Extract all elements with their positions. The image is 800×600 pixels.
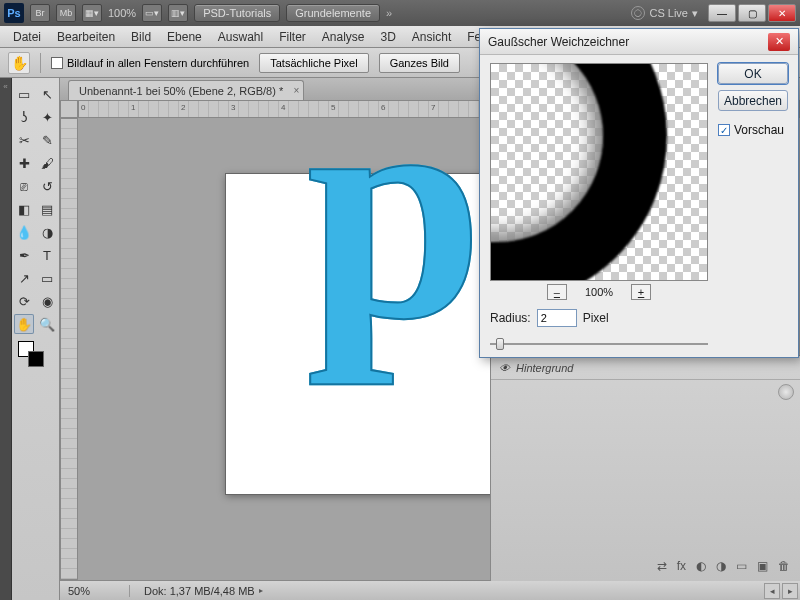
view-extras-button[interactable]: ▭▾ xyxy=(142,4,162,22)
arrange-docs-button[interactable]: ▥▾ xyxy=(168,4,188,22)
brush-tool[interactable]: 🖌 xyxy=(37,153,57,173)
workspace-grundelemente[interactable]: Grundelemente xyxy=(286,4,380,22)
eyedropper-tool[interactable]: ✎ xyxy=(37,130,57,150)
fit-screen-button[interactable]: Ganzes Bild xyxy=(379,53,460,73)
move-tool[interactable]: ▭ xyxy=(14,84,34,104)
delete-layer-icon[interactable]: 🗑 xyxy=(778,559,790,573)
zoom-in-button[interactable]: + xyxy=(631,284,651,300)
close-tab-icon[interactable]: × xyxy=(293,85,299,96)
cs-live-icon: ◯ xyxy=(631,6,645,20)
dialog-title: Gaußscher Weichzeichner xyxy=(488,35,629,49)
zoom-level-value[interactable]: 100% xyxy=(108,7,136,19)
filter-preview[interactable] xyxy=(490,63,708,281)
tools-panel: ▭ ↖ ʖ ✦ ✂ ✎ ✚ 🖌 ⎚ ↺ ◧ ▤ 💧 ◑ ✒ T ↗ ▭ ⟳ ◉ … xyxy=(12,78,60,600)
bridge-button[interactable]: Br xyxy=(30,4,50,22)
menu-filter[interactable]: Filter xyxy=(272,28,313,46)
layers-bottom-bar: ⇄ fx ◐ ◑ ▭ ▣ 🗑 xyxy=(491,555,800,577)
layer-row-background[interactable]: 👁 Hintergrund xyxy=(491,356,800,380)
eraser-tool[interactable]: ◧ xyxy=(14,199,34,219)
pen-tool[interactable]: ✒ xyxy=(14,245,34,265)
preview-checkbox[interactable]: ✓ Vorschau xyxy=(718,123,788,137)
gradient-tool[interactable]: ▤ xyxy=(37,199,57,219)
window-close-button[interactable]: ✕ xyxy=(768,4,796,22)
blur-tool[interactable]: 💧 xyxy=(14,222,34,242)
checkbox-icon xyxy=(51,57,63,69)
preview-checkbox-label: Vorschau xyxy=(734,123,784,137)
layer-group-icon[interactable]: ▭ xyxy=(736,559,747,573)
scroll-all-label: Bildlauf in allen Fenstern durchführen xyxy=(67,57,249,69)
background-color[interactable] xyxy=(28,351,44,367)
path-select-tool[interactable]: ↗ xyxy=(14,268,34,288)
adjustment-layer-icon[interactable]: ◑ xyxy=(716,559,726,573)
artwork-letter-p: p xyxy=(306,118,484,392)
menu-3d[interactable]: 3D xyxy=(374,28,403,46)
dodge-tool[interactable]: ◑ xyxy=(37,222,57,242)
cancel-button[interactable]: Abbrechen xyxy=(718,90,788,111)
menu-ansicht[interactable]: Ansicht xyxy=(405,28,458,46)
eye-icon[interactable]: 👁 xyxy=(499,362,510,374)
menu-auswahl[interactable]: Auswahl xyxy=(211,28,270,46)
layers-panel: 👁 Hintergrund ⇄ fx ◐ ◑ ▭ ▣ 🗑 xyxy=(490,355,800,581)
type-tool[interactable]: T xyxy=(37,245,57,265)
dialog-titlebar[interactable]: Gaußscher Weichzeichner ✕ xyxy=(480,29,798,55)
radius-input[interactable] xyxy=(537,309,577,327)
new-layer-icon[interactable]: ▣ xyxy=(757,559,768,573)
document-tab-label: Unbenannt-1 bei 50% (Ebene 2, RGB/8) * xyxy=(79,85,283,97)
menu-analyse[interactable]: Analyse xyxy=(315,28,372,46)
cs-live[interactable]: ◯ CS Live ▾ xyxy=(631,6,698,20)
stamp-tool[interactable]: ⎚ xyxy=(14,176,34,196)
3d-tool[interactable]: ⟳ xyxy=(14,291,34,311)
app-top-toolbar: Ps Br Mb ▦▾ 100% ▭▾ ▥▾ PSD-Tutorials Gru… xyxy=(0,0,800,26)
3d-camera-tool[interactable]: ◉ xyxy=(37,291,57,311)
chevron-down-icon: ▾ xyxy=(692,7,698,20)
menu-datei[interactable]: Datei xyxy=(6,28,48,46)
history-brush-tool[interactable]: ↺ xyxy=(37,176,57,196)
preview-artwork xyxy=(490,63,667,281)
status-zoom-field[interactable]: 50% xyxy=(60,585,130,597)
workspace-psd-tutorials[interactable]: PSD-Tutorials xyxy=(194,4,280,22)
zoom-out-button[interactable]: – xyxy=(547,284,567,300)
minibridge-button[interactable]: Mb xyxy=(56,4,76,22)
ok-button[interactable]: OK xyxy=(718,63,788,84)
status-bar: 50% Dok: 1,37 MB/4,48 MB ▸ ◂ ▸ xyxy=(60,580,800,600)
menu-bearbeiten[interactable]: Bearbeiten xyxy=(50,28,122,46)
window-minimize-button[interactable]: — xyxy=(708,4,736,22)
crop-tool[interactable]: ✂ xyxy=(14,130,34,150)
hand-tool[interactable]: ✋ xyxy=(14,314,34,334)
zoom-tool[interactable]: 🔍 xyxy=(37,314,57,334)
magic-wand-tool[interactable]: ✦ xyxy=(37,107,57,127)
scroll-left-button[interactable]: ◂ xyxy=(764,583,780,599)
lasso-tool[interactable]: ʖ xyxy=(14,107,34,127)
panel-collapse-strip[interactable]: « xyxy=(0,78,12,600)
marquee-tool[interactable]: ↖ xyxy=(37,84,57,104)
ps-logo: Ps xyxy=(4,3,24,23)
canvas[interactable]: p xyxy=(226,174,506,494)
checkbox-checked-icon: ✓ xyxy=(718,124,730,136)
dialog-close-button[interactable]: ✕ xyxy=(768,33,790,51)
layer-mask-icon[interactable]: ◐ xyxy=(696,559,706,573)
radius-slider[interactable] xyxy=(490,337,708,351)
shape-tool[interactable]: ▭ xyxy=(37,268,57,288)
healing-tool[interactable]: ✚ xyxy=(14,153,34,173)
status-doc-size[interactable]: Dok: 1,37 MB/4,48 MB xyxy=(130,585,255,597)
color-swatches[interactable] xyxy=(14,337,57,367)
window-maximize-button[interactable]: ▢ xyxy=(738,4,766,22)
chevron-right-icon[interactable]: ▸ xyxy=(259,586,263,595)
slider-thumb[interactable] xyxy=(496,338,504,350)
layer-fx-icon[interactable]: fx xyxy=(677,559,686,573)
color-wheel-icon[interactable] xyxy=(778,384,794,400)
scroll-right-button[interactable]: ▸ xyxy=(782,583,798,599)
scroll-all-windows-checkbox[interactable]: Bildlauf in allen Fenstern durchführen xyxy=(51,57,249,69)
menu-ebene[interactable]: Ebene xyxy=(160,28,209,46)
hand-tool-icon[interactable]: ✋ xyxy=(8,52,30,74)
screen-mode-button[interactable]: ▦▾ xyxy=(82,4,102,22)
actual-pixels-button[interactable]: Tatsächliche Pixel xyxy=(259,53,368,73)
menu-bild[interactable]: Bild xyxy=(124,28,158,46)
document-tab[interactable]: Unbenannt-1 bei 50% (Ebene 2, RGB/8) * × xyxy=(68,80,304,100)
gaussian-blur-dialog: Gaußscher Weichzeichner ✕ – 100% + Radiu… xyxy=(479,28,799,358)
vertical-ruler[interactable] xyxy=(60,118,78,580)
workspace-more-icon[interactable]: » xyxy=(386,7,392,19)
radius-label: Radius: xyxy=(490,311,531,325)
link-layers-icon[interactable]: ⇄ xyxy=(657,559,667,573)
ruler-origin[interactable] xyxy=(60,100,78,118)
